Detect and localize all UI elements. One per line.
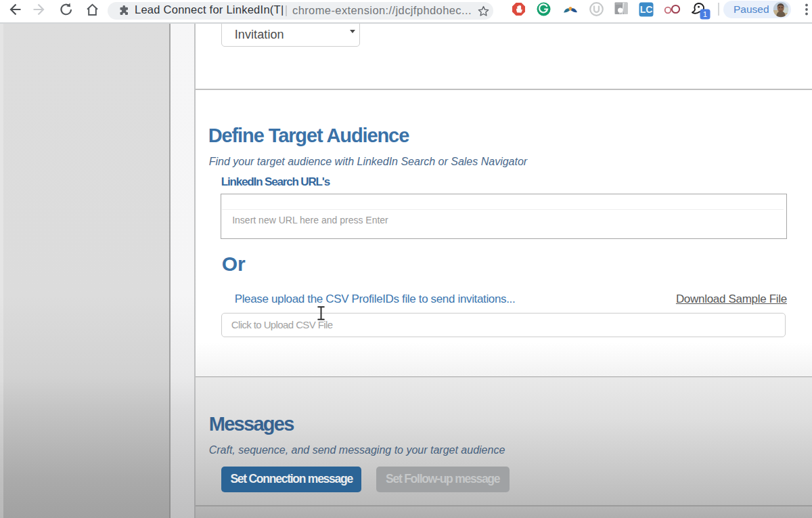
svg-text:1: 1: [703, 10, 707, 18]
svg-text:LC: LC: [640, 4, 653, 15]
